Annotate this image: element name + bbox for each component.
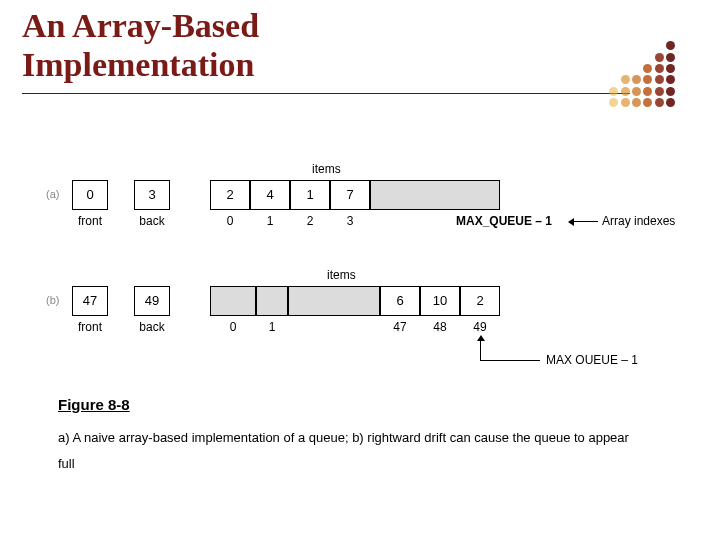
row-b-front-box: 47 [72,286,108,316]
title-line-2: Implementation [22,46,254,83]
row-b-tag: (b) [46,294,59,306]
row-a-idx-3: 3 [330,214,370,228]
row-b-max-queue-label: MAX OUEUE – 1 [546,353,638,367]
row-b-front-label: front [72,320,108,334]
row-b-back-label: back [134,320,170,334]
row-b-idx-48: 48 [420,320,460,334]
row-a-idx-0: 0 [210,214,250,228]
row-a-idx-1: 1 [250,214,290,228]
arrow-up-icon [480,337,481,361]
slide-title: An Array-Based Implementation [22,6,259,84]
figure-number: Figure 8-8 [58,396,130,413]
row-a-tag: (a) [46,188,59,200]
diagram-row-b: (b) 47 front 49 back items 6 10 2 0 1 47… [52,272,672,360]
row-a-cell-1: 4 [250,180,290,210]
diagram-row-a: (a) 0 front 3 back items 2 4 1 7 0 1 2 3… [52,166,672,254]
row-a-cell-0: 2 [210,180,250,210]
row-b-cell-0 [210,286,256,316]
row-a-cell-2: 1 [290,180,330,210]
row-b-cell-49: 2 [460,286,500,316]
row-b-cell-gap [288,286,380,316]
row-a-cell-empty [370,180,500,210]
row-a-max-queue-label: MAX_QUEUE – 1 [456,214,552,228]
arrow-left-icon [570,221,598,222]
row-a-back-label: back [134,214,170,228]
row-b-idx-47: 47 [380,320,420,334]
row-a-idx-2: 2 [290,214,330,228]
row-b-idx-0: 0 [210,320,256,334]
row-b-cell-48: 10 [420,286,460,316]
arrow-elbow [480,360,540,361]
row-a-items-label: items [312,162,341,176]
row-b-cell-1 [256,286,288,316]
row-b-idx-1: 1 [256,320,288,334]
figure-caption-text: a) A naive array-based implementation of… [58,425,648,477]
row-a-cell-3: 7 [330,180,370,210]
title-line-1: An Array-Based [22,7,259,44]
row-a-front-label: front [72,214,108,228]
array-indexes-label: Array indexes [602,214,675,228]
row-b-items-label: items [327,268,356,282]
row-b-cell-47: 6 [380,286,420,316]
figure-caption-block: Figure 8-8 a) A naive array-based implem… [58,396,648,477]
title-underline [22,93,630,94]
row-a-back-box: 3 [134,180,170,210]
figure-area: (a) 0 front 3 back items 2 4 1 7 0 1 2 3… [52,166,672,360]
row-b-back-box: 49 [134,286,170,316]
row-a-front-box: 0 [72,180,108,210]
corner-dots-decoration [608,40,706,112]
